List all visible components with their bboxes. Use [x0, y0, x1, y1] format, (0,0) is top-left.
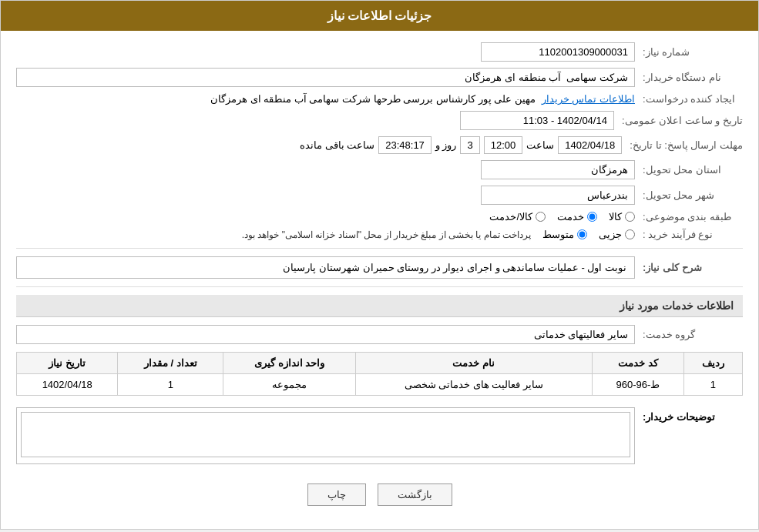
- category-service-label: خدمت: [557, 211, 584, 223]
- buyer-notes-textarea[interactable]: [21, 412, 630, 457]
- announcement-row: تاریخ و ساعت اعلان عمومی:: [16, 111, 743, 130]
- creator-row: ایجاد کننده درخواست: اطلاعات تماس خریدار…: [16, 93, 743, 105]
- buyer-notes-label: توضیحات خریدار:: [643, 407, 743, 423]
- announcement-input[interactable]: [460, 111, 614, 130]
- province-label: استان محل تحویل:: [643, 164, 743, 176]
- city-value: [16, 186, 635, 205]
- process-options: جزیی متوسط پرداخت تمام یا بخشی از مبلغ خ…: [16, 229, 635, 240]
- cell-qty: 1: [118, 374, 223, 396]
- process-row-inner: جزیی متوسط پرداخت تمام یا بخشی از مبلغ خ…: [16, 229, 635, 240]
- page-wrapper: جزئیات اطلاعات نیاز شماره نیاز: نام دستگ…: [0, 0, 759, 530]
- col-date: تاریخ نیاز: [17, 353, 118, 374]
- process-minor: جزیی: [599, 229, 635, 240]
- description-content: نوبت اول - عملیات ساماندهی و اجرای دیوار…: [283, 262, 626, 273]
- creator-contact-link[interactable]: اطلاعات تماس خریدار: [542, 93, 635, 105]
- col-qty: تعداد / مقدار: [118, 353, 223, 374]
- cell-service-code: ط-96-960: [592, 374, 683, 396]
- province-input[interactable]: [481, 160, 635, 179]
- need-number-value: [16, 42, 635, 62]
- buyer-org-value: [16, 68, 635, 87]
- creator-name: مهین علی پور کارشناس بررسی طرحها شرکت سه…: [210, 93, 536, 105]
- process-note: پرداخت تمام یا بخشی از مبلغ خریدار از مح…: [242, 229, 531, 240]
- cell-date: 1402/04/18: [17, 374, 118, 396]
- print-button[interactable]: چاپ: [307, 483, 366, 506]
- need-number-input[interactable]: [481, 42, 635, 62]
- description-text: نوبت اول - عملیات ساماندهی و اجرای دیوار…: [16, 256, 635, 279]
- cell-row-num: 1: [683, 374, 742, 396]
- category-service: خدمت: [557, 211, 597, 223]
- category-service-radio[interactable]: [587, 212, 597, 222]
- description-row: شرح کلی نیاز: نوبت اول - عملیات ساماندهی…: [16, 256, 743, 279]
- reply-deadline-value: 1402/04/18 ساعت 12:00 3 روز و 23:48:17 س…: [16, 136, 622, 154]
- reply-date: 1402/04/18: [558, 136, 622, 154]
- reply-deadline-row: مهلت ارسال پاسخ: تا تاریخ: 1402/04/18 سا…: [16, 136, 743, 154]
- category-goods-label: کالا: [609, 211, 622, 223]
- divider1: [16, 248, 743, 249]
- announcement-value: [16, 111, 614, 130]
- need-number-label: شماره نیاز:: [643, 46, 743, 58]
- creator-value-area: اطلاعات تماس خریدار مهین علی پور کارشناس…: [16, 93, 635, 105]
- buyer-notes-row: توضیحات خریدار:: [16, 407, 743, 464]
- reply-time: 12:00: [484, 136, 523, 154]
- buyer-org-label: نام دستگاه خریدار:: [643, 72, 743, 83]
- description-value: نوبت اول - عملیات ساماندهی و اجرای دیوار…: [16, 256, 635, 279]
- province-value: [16, 160, 635, 179]
- process-minor-label: جزیی: [599, 229, 622, 240]
- announcement-label: تاریخ و ساعت اعلان عمومی:: [622, 115, 743, 126]
- buyer-org-row: نام دستگاه خریدار:: [16, 68, 743, 87]
- category-radio-group: کالا خدمت کالا/خدمت: [16, 211, 635, 223]
- page-header: جزئیات اطلاعات نیاز: [1, 1, 758, 31]
- cell-service-name: سایر فعالیت های خدماتی شخصی: [355, 374, 592, 396]
- process-medium-radio[interactable]: [577, 229, 587, 239]
- category-both: کالا/خدمت: [489, 211, 546, 223]
- buyer-notes-area: [16, 407, 635, 464]
- buyer-org-input[interactable]: [16, 68, 635, 87]
- page-title: جزئیات اطلاعات نیاز: [327, 9, 432, 22]
- description-label: شرح کلی نیاز:: [643, 262, 743, 273]
- process-medium: متوسط: [542, 229, 587, 240]
- services-table: ردیف کد خدمت نام خدمت واحد اندازه گیری ت…: [16, 352, 743, 396]
- col-unit: واحد اندازه گیری: [223, 353, 355, 374]
- buyer-notes-label-text: توضیحات خریدار:: [643, 411, 715, 423]
- city-row: شهر محل تحویل:: [16, 186, 743, 205]
- process-row: نوع فرآیند خرید : جزیی متوسط پرداخت تمام…: [16, 229, 743, 240]
- need-number-row: شماره نیاز:: [16, 42, 743, 62]
- category-both-radio[interactable]: [536, 212, 546, 222]
- divider2: [16, 286, 743, 287]
- reply-days: 3: [460, 136, 479, 154]
- table-header-row: ردیف کد خدمت نام خدمت واحد اندازه گیری ت…: [17, 353, 743, 374]
- service-group-label: گروه خدمت:: [643, 329, 743, 340]
- main-content: شماره نیاز: نام دستگاه خریدار: ایجاد کنن…: [1, 31, 758, 529]
- reply-remaining-label: ساعت باقی مانده: [300, 139, 374, 151]
- col-service-name: نام خدمت: [355, 353, 592, 374]
- col-row-num: ردیف: [683, 353, 742, 374]
- province-row: استان محل تحویل:: [16, 160, 743, 179]
- category-goods-radio[interactable]: [625, 212, 635, 222]
- cell-unit: مجموعه: [223, 374, 355, 396]
- category-goods: کالا: [609, 211, 635, 223]
- action-buttons: بازگشت چاپ: [16, 472, 743, 517]
- process-medium-label: متوسط: [542, 229, 574, 240]
- category-label: طبقه بندی موضوعی:: [643, 211, 743, 223]
- col-service-code: کد خدمت: [592, 353, 683, 374]
- creator-label: ایجاد کننده درخواست:: [643, 93, 743, 105]
- reply-deadline-label: مهلت ارسال پاسخ: تا تاریخ:: [630, 139, 743, 151]
- service-group-value: [16, 325, 635, 344]
- category-row: طبقه بندی موضوعی: کالا خدمت کالا/خدمت: [16, 211, 743, 223]
- services-table-body: 1 ط-96-960 سایر فعالیت های خدماتی شخصی م…: [17, 374, 743, 396]
- service-group-input[interactable]: [16, 325, 635, 344]
- services-table-header: ردیف کد خدمت نام خدمت واحد اندازه گیری ت…: [17, 353, 743, 374]
- city-label: شهر محل تحویل:: [643, 189, 743, 201]
- back-button[interactable]: بازگشت: [378, 483, 452, 506]
- reply-remaining: 23:48:17: [378, 136, 432, 154]
- reply-time-label: ساعت: [526, 139, 554, 151]
- city-input[interactable]: [481, 186, 635, 205]
- service-group-row: گروه خدمت:: [16, 325, 743, 344]
- process-minor-radio[interactable]: [625, 229, 635, 239]
- category-both-label: کالا/خدمت: [489, 211, 532, 223]
- reply-days-label: روز و: [435, 139, 457, 151]
- category-options: کالا خدمت کالا/خدمت: [16, 211, 635, 223]
- services-section-title: اطلاعات خدمات مورد نیاز: [16, 295, 743, 317]
- table-row: 1 ط-96-960 سایر فعالیت های خدماتی شخصی م…: [17, 374, 743, 396]
- process-label: نوع فرآیند خرید :: [643, 229, 743, 240]
